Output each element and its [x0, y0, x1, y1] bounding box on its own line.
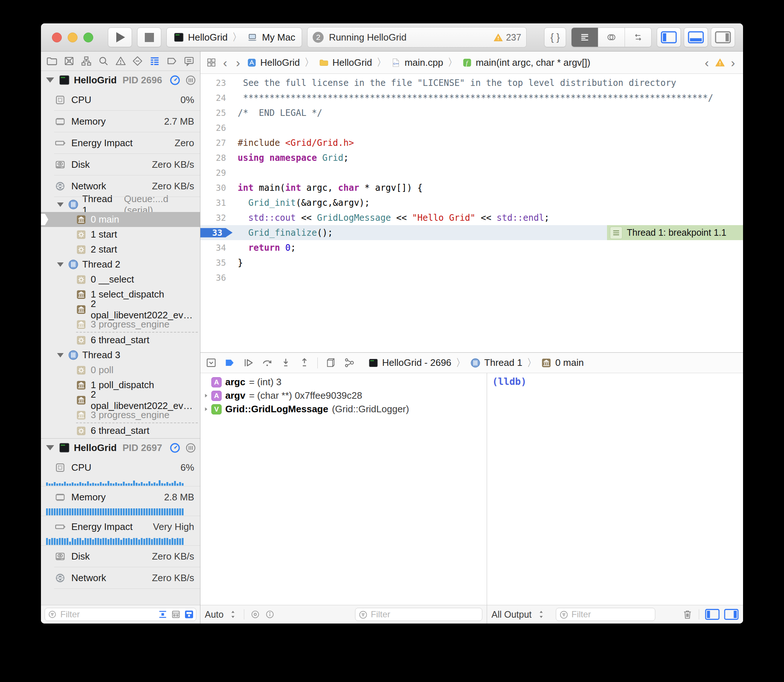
stepper-icon[interactable]: [228, 609, 238, 620]
code-line-32[interactable]: 32 std::cout << GridLogMessage << "Hello…: [200, 210, 743, 225]
variables-scope-select[interactable]: Auto: [205, 609, 224, 620]
stack-frame-row[interactable]: 0 __select: [41, 272, 200, 287]
show-stack-frames-toggle-icon[interactable]: [171, 609, 181, 620]
quicklook-eye-icon[interactable]: [250, 609, 260, 620]
stat-row-disk[interactable]: DiskZero KB/s: [41, 546, 200, 567]
stat-row-cpu[interactable]: CPU0%: [41, 89, 200, 111]
variables-filter-input[interactable]: [355, 608, 482, 621]
memory-graph-button[interactable]: [344, 357, 355, 368]
step-out-button[interactable]: [299, 357, 310, 368]
debug-breadcrumb-item[interactable]: HelloGrid - 2696: [382, 357, 451, 368]
stat-row-memory[interactable]: Memory2.7 MB: [41, 111, 200, 132]
step-into-button[interactable]: [280, 357, 291, 368]
performance-gauge-icon[interactable]: [169, 75, 180, 86]
view-hierarchy-button[interactable]: [325, 357, 337, 368]
stack-frame-row[interactable]: 2 start: [41, 242, 200, 257]
toggle-console-view-icon[interactable]: [724, 609, 739, 620]
stat-row-energy-impact[interactable]: Energy ImpactZero: [41, 132, 200, 154]
stat-row-memory[interactable]: Memory2.8 MB: [41, 486, 200, 508]
activity-view[interactable]: 2 Running HelloGrid 237: [307, 27, 527, 48]
process-row[interactable]: HelloGridPID 2696: [41, 71, 200, 89]
scheme-selector[interactable]: HelloGrid 〉 My Mac: [166, 27, 302, 47]
show-paused-only-toggle-icon[interactable]: [158, 609, 168, 620]
stack-frame-row[interactable]: 2 opal_libevent2022_ev…: [41, 392, 200, 408]
stack-frame-row[interactable]: 2 opal_libevent2022_ev…: [41, 302, 200, 317]
navigator-tab-source-control[interactable]: [63, 55, 75, 67]
code-line-27[interactable]: 27#include <Grid/Grid.h>: [200, 135, 743, 150]
stat-row-network[interactable]: NetworkZero KB/s: [41, 175, 200, 197]
stack-frame-row[interactable]: 0 poll: [41, 363, 200, 378]
code-line-30[interactable]: 30int main(int argc, char * argv[]) {: [200, 180, 743, 195]
pause-columns-icon[interactable]: [185, 442, 196, 454]
disclosure-triangle-icon[interactable]: [57, 202, 64, 207]
stat-row-cpu[interactable]: CPU6%: [41, 457, 200, 478]
toggle-debug-area-button[interactable]: [684, 27, 708, 47]
breadcrumb-item[interactable]: main(int argc, char * argv[]): [476, 57, 591, 69]
code-line-34[interactable]: 34 return 0;: [200, 240, 743, 255]
run-button[interactable]: [108, 27, 132, 47]
info-icon[interactable]: [265, 609, 275, 620]
breadcrumb-item[interactable]: HelloGrid: [332, 57, 372, 69]
code-line-24[interactable]: 24 *************************************…: [200, 90, 743, 105]
stack-frame-row[interactable]: 3 progress_engine: [41, 408, 200, 422]
stack-frame-row[interactable]: 6 thread_start: [76, 422, 198, 438]
stop-button[interactable]: [137, 27, 161, 47]
toggle-variables-view-icon[interactable]: [705, 609, 720, 620]
debug-breadcrumb-item[interactable]: Thread 1: [484, 357, 522, 368]
disclosure-triangle-icon[interactable]: [46, 445, 54, 450]
stat-row-disk[interactable]: DiskZero KB/s: [41, 154, 200, 175]
hide-debug-area-button[interactable]: [206, 357, 217, 368]
thread-row[interactable]: Thread 2: [41, 257, 200, 272]
stack-frame-row[interactable]: 6 thread_start: [76, 332, 198, 347]
navigator-tab-tests[interactable]: [132, 55, 143, 67]
disclosure-triangle-icon[interactable]: [57, 353, 64, 357]
thread-row[interactable]: Thread 3: [41, 347, 200, 363]
console-filter-input[interactable]: [556, 608, 655, 621]
process-row[interactable]: HelloGridPID 2697: [41, 438, 200, 457]
disclosure-triangle-icon[interactable]: [57, 263, 64, 267]
toggle-navigator-button[interactable]: [657, 27, 681, 47]
disclosure-triangle-icon[interactable]: [46, 78, 54, 83]
source-editor[interactable]: 23 See the full license in the file "LIC…: [200, 74, 743, 352]
disclosure-caret-icon[interactable]: [200, 406, 211, 412]
disclosure-caret-icon[interactable]: [200, 392, 211, 399]
breadcrumb-item[interactable]: main.cpp: [404, 57, 443, 69]
code-line-23[interactable]: 23 See the full license in the file "LIC…: [200, 75, 743, 90]
zoom-window-button[interactable]: [83, 32, 93, 42]
navigator-tab-project[interactable]: [46, 55, 58, 67]
breadcrumb-item[interactable]: HelloGrid: [260, 57, 300, 69]
view-mode-toggle-icon[interactable]: [184, 609, 194, 620]
continue-execution-button[interactable]: [243, 357, 254, 368]
console-scope-select[interactable]: All Output: [492, 609, 532, 620]
variable-row[interactable]: Aargc= (int) 3: [200, 375, 487, 389]
related-items-icon[interactable]: [206, 57, 217, 68]
breakpoint-annotation[interactable]: Thread 1: breakpoint 1.1: [607, 225, 743, 240]
variable-row[interactable]: Aargv= (char **) 0x7ffee9039c28: [200, 389, 487, 402]
assistant-editor-button[interactable]: [598, 28, 625, 47]
code-line-28[interactable]: 28using namespace Grid;: [200, 150, 743, 165]
debug-breadcrumb-item[interactable]: 0 main: [555, 357, 584, 368]
code-snippets-button[interactable]: { }: [544, 27, 566, 47]
toggle-inspector-button[interactable]: [711, 27, 735, 47]
variable-row[interactable]: VGrid::GridLogMessage(Grid::GridLogger): [200, 402, 487, 416]
step-over-button[interactable]: [262, 357, 273, 368]
code-line-25[interactable]: 25/* END LEGAL */: [200, 105, 743, 120]
minimize-window-button[interactable]: [68, 32, 78, 42]
stepper-icon[interactable]: [536, 609, 546, 620]
stack-frame-row[interactable]: 0 main: [41, 212, 200, 227]
navigator-tab-search[interactable]: [97, 55, 109, 67]
console-output[interactable]: (lldb): [487, 373, 743, 605]
back-button[interactable]: ‹: [221, 56, 229, 69]
stack-frame-row[interactable]: 1 start: [41, 227, 200, 242]
stat-row-network[interactable]: NetworkZero KB/s: [41, 567, 200, 589]
next-issue-button[interactable]: ›: [729, 56, 737, 69]
code-line-36[interactable]: 36: [200, 270, 743, 285]
navigator-tab-issues[interactable]: [115, 55, 126, 67]
standard-editor-button[interactable]: [572, 28, 598, 47]
breakpoints-enabled-toggle[interactable]: [224, 357, 235, 368]
performance-gauge-icon[interactable]: [169, 442, 180, 454]
warning-count[interactable]: 237: [506, 32, 521, 43]
stat-row-energy-impact[interactable]: Energy ImpactVery High: [41, 516, 200, 538]
thread-row[interactable]: Thread 1Queue:...d (serial): [41, 197, 200, 212]
code-line-35[interactable]: 35}: [200, 255, 743, 270]
